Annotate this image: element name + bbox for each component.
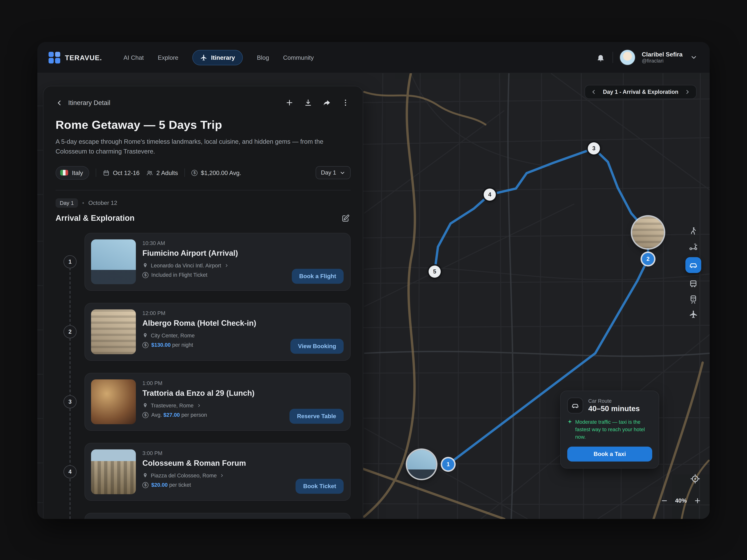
plus-icon [285,99,294,107]
panel-header: Itinerary Detail [56,98,351,108]
map-photo-hotel[interactable] [632,216,664,248]
timeline-number: 4 [63,465,77,478]
map-marker-2[interactable]: 2 [642,253,654,265]
download-button[interactable] [303,98,313,108]
dollar-icon [191,170,198,176]
day-next-button[interactable] [684,89,691,95]
item-location-link[interactable]: Piazza del Colosseo, Rome [143,473,246,478]
mode-scooter-button[interactable] [689,242,698,251]
item-location-link[interactable]: City Center, Rome [143,333,256,338]
pin-icon [143,333,148,338]
plane-icon [200,54,207,61]
more-options-button[interactable] [340,98,351,108]
map-photo-airport[interactable] [407,450,436,479]
guests-meta: 2 Adults [146,169,178,177]
mode-train-button[interactable] [689,294,698,304]
chevron-right-icon [224,263,229,268]
mode-plane-button[interactable] [689,310,698,319]
user-menu-button[interactable] [689,53,698,62]
walk-icon [689,226,698,236]
itinerary-card-lunch[interactable]: 1:00 PM Trattoria da Enzo al 29 (Lunch) … [84,373,351,431]
app-window: TERAVUE. AI Chat Explore Itinerary Blog … [37,42,710,519]
day-selector[interactable]: Day 1 [316,166,351,179]
sparkle-icon [567,419,572,424]
item-location-link[interactable]: Leonardo da Vinci Intl. Airport [143,263,238,268]
bell-icon [596,53,605,62]
users-icon [146,169,153,177]
day-badge: Day 1 [56,198,78,208]
trip-meta-row: Italy Oct 12-16 2 Adults $1,200.00 Av [56,166,351,180]
item-photo-colosseum [91,449,136,494]
chevron-left-icon [56,99,63,107]
day-nav-label: Day 1 - Arrival & Exploration [603,89,678,95]
avatar[interactable] [619,50,635,65]
timeline-item-colosseum: 4 3:00 PM Colosseum & Roman Forum Piazza… [56,443,351,501]
section-row: Arrival & Exploration [56,213,351,223]
itinerary-card-hotel[interactable]: 12:00 PM Albergo Roma (Hotel Check-in) C… [84,303,351,361]
nav-community[interactable]: Community [283,54,314,61]
route-card-label: Car Route [588,398,640,404]
plane-icon [689,310,698,319]
notifications-button[interactable] [595,52,606,63]
transport-mode-rail [684,226,703,319]
reserve-table-button[interactable]: Reserve Table [289,409,344,424]
pin-icon [143,473,148,478]
download-icon [304,99,312,107]
item-photo-airport [91,239,136,284]
train-icon [689,294,698,304]
nav-ai-chat[interactable]: AI Chat [124,54,144,61]
dollar-icon [143,342,149,348]
nav-blog[interactable]: Blog [257,54,269,61]
itinerary-card-airport[interactable]: 10:30 AM Fiumicino Airport (Arrival) Leo… [84,233,351,291]
book-ticket-button[interactable]: Book Ticket [296,479,344,494]
mode-bus-button[interactable] [689,279,698,288]
map-marker-1[interactable]: 1 [442,458,454,471]
zoom-in-button[interactable] [693,496,702,505]
car-icon [571,401,579,410]
share-button[interactable] [322,98,332,108]
chevron-down-icon [339,170,345,176]
panel-title: Itinerary Detail [68,99,110,106]
item-time: 1:00 PM [143,380,255,386]
crosshair-icon [690,474,700,484]
itinerary-card-evening[interactable]: 7:30 PM [84,513,351,519]
add-button[interactable] [284,98,294,108]
item-title: Trattoria da Enzo al 29 (Lunch) [143,389,255,398]
pin-icon [143,403,148,408]
chevron-right-icon [684,89,691,95]
edit-day-button[interactable] [340,213,351,223]
bus-icon [689,279,698,288]
locate-me-button[interactable] [689,473,701,485]
day-prev-button[interactable] [591,89,597,95]
book-flight-button[interactable]: Book a Flight [292,269,344,284]
item-location-link[interactable]: Trastevere, Rome [143,403,255,408]
item-time: 10:30 AM [143,240,238,246]
user-meta[interactable]: Claribel Sefira @firaclari [642,51,682,64]
mode-car-button[interactable] [686,257,701,273]
map-marker-5[interactable]: 5 [429,266,441,278]
user-handle: @firaclari [642,58,682,64]
view-booking-button[interactable]: View Booking [290,339,344,354]
brand-logo[interactable]: TERAVUE. [49,52,102,63]
itinerary-card-colosseum[interactable]: 3:00 PM Colosseum & Roman Forum Piazza d… [84,443,351,501]
map-marker-4[interactable]: 4 [484,189,496,201]
item-photo-restaurant [91,379,136,424]
timeline-item-evening: 5 7:30 PM [56,513,351,519]
dollar-icon [143,482,149,488]
map-marker-3[interactable]: 3 [588,142,600,155]
nav-itinerary[interactable]: Itinerary [192,50,243,65]
item-photo-hotel [91,310,136,354]
back-button[interactable]: Itinerary Detail [56,99,110,107]
book-taxi-button[interactable]: Book a Taxi [567,447,652,461]
zoom-out-button[interactable] [660,496,669,505]
nav-explore[interactable]: Explore [158,54,178,61]
timeline: 1 10:30 AM Fiumicino Airport (Arrival) L… [56,233,351,519]
timeline-number: 3 [63,395,77,408]
day-row: Day 1 • October 12 [56,198,351,208]
route-card-head: Car Route 40–50 minutes [567,398,652,414]
chevron-down-icon [690,54,697,61]
timeline-item-hotel: 2 12:00 PM Albergo Roma (Hotel Check-in)… [56,303,351,361]
pin-icon [143,263,148,268]
panel-actions [284,98,351,108]
mode-walk-button[interactable] [689,226,698,236]
